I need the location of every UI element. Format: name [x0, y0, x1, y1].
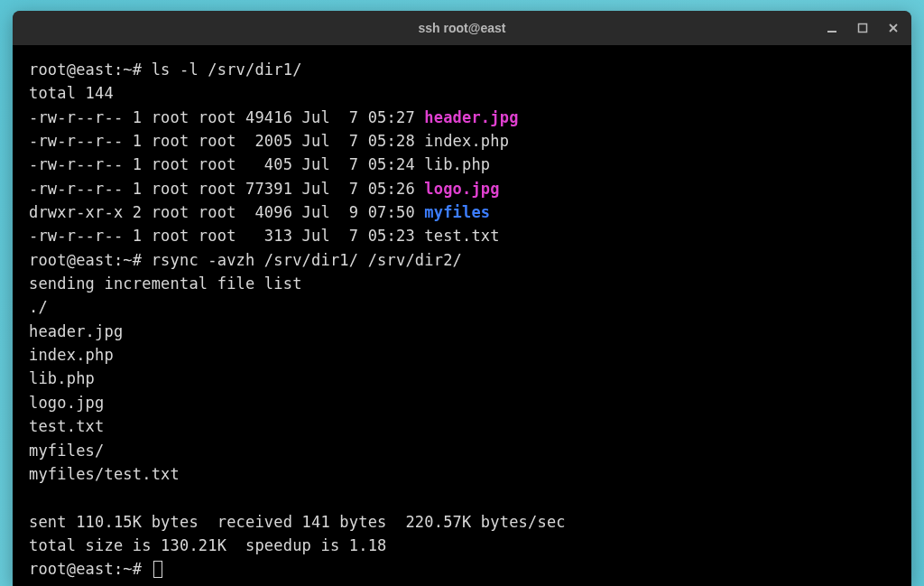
maximize-icon[interactable] — [855, 21, 870, 35]
window-title: ssh root@east — [419, 21, 506, 35]
close-icon[interactable] — [886, 21, 901, 35]
terminal-window: ssh root@east root@east:~# ls -l /srv/di… — [13, 11, 911, 586]
terminal-content: root@east:~# ls -l /srv/dir1/ total 144 … — [29, 58, 895, 581]
window-controls — [825, 11, 901, 45]
terminal-body[interactable]: root@east:~# ls -l /srv/dir1/ total 144 … — [13, 45, 911, 586]
svg-rect-1 — [859, 24, 867, 33]
minimize-icon[interactable] — [825, 21, 839, 35]
titlebar[interactable]: ssh root@east — [13, 11, 911, 45]
